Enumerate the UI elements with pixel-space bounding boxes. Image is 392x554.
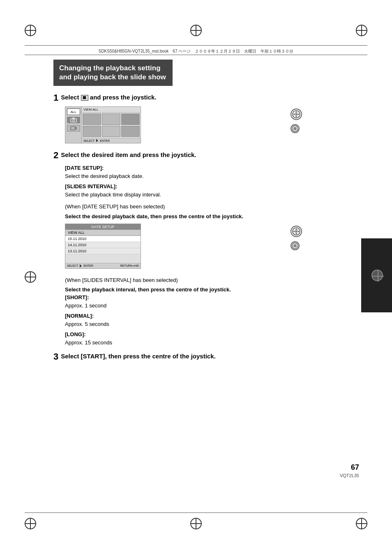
svg-point-20 xyxy=(293,244,297,247)
ds-date-3: 13.11.2010 xyxy=(65,248,141,254)
step-3-number: 3 xyxy=(53,352,58,361)
ds-date-1: 15.11.2010 xyxy=(65,236,141,242)
svg-marker-6 xyxy=(295,111,297,113)
long-label: [LONG]: xyxy=(65,331,86,337)
header-top-rule xyxy=(25,45,367,46)
reg-mark-bottom-center xyxy=(190,518,202,529)
ds-footer: SELECT ENTER RETURN⇒HD xyxy=(65,263,141,268)
normal-label-text: [NORMAL]: Approx. 5 seconds xyxy=(65,312,284,328)
screen1-main: VIEW ALL SELECT ENTER xyxy=(82,107,141,143)
screen1-container: ALL VIEW ALL xyxy=(65,106,284,143)
screen1-sidebar: ALL xyxy=(65,107,82,143)
svg-marker-7 xyxy=(295,116,297,118)
svg-marker-8 xyxy=(293,113,295,115)
header-text: SDKS50&H85GN-VQT2L35_mst.book 67 ページ ２００… xyxy=(49,48,343,54)
long-label-text: [LONG]: Approx. 15 seconds xyxy=(65,330,284,346)
reg-mark-top-right xyxy=(356,25,367,36)
screen1-mockup: ALL VIEW ALL xyxy=(65,106,141,143)
nav-enter-2 xyxy=(291,241,300,250)
footer-rule xyxy=(25,512,367,513)
ds-footer-select: SELECT xyxy=(67,264,78,267)
ds-viewall: VIEW ALL xyxy=(65,230,141,236)
reg-mark-left-center xyxy=(25,271,36,283)
step-3-text: Select [START], then press the centre of… xyxy=(61,352,215,360)
screen1-footer-enter: ENTER xyxy=(100,139,110,142)
step2-content: [DATE SETUP]: Select the desired playbac… xyxy=(65,164,284,346)
date-setup-label: [DATE SETUP]: xyxy=(65,165,104,171)
svg-marker-16 xyxy=(293,231,295,232)
short-desc: Approx. 1 second xyxy=(65,302,106,309)
step-2-number: 2 xyxy=(53,151,58,160)
long-desc: Approx. 15 seconds xyxy=(65,339,112,346)
screen1-nav-icons xyxy=(291,108,302,133)
section-title: Changing the playback setting and playin… xyxy=(53,60,173,86)
svg-point-12 xyxy=(293,127,297,130)
step-1-number: 1 xyxy=(53,93,58,102)
nav-joystick-2 xyxy=(291,226,302,237)
slides-interval-label: [SLIDES INTERVAL]: xyxy=(65,183,117,189)
main-content: Changing the playback setting and playin… xyxy=(53,60,284,365)
thumb-4 xyxy=(83,126,101,137)
screen1-footer-select: SELECT xyxy=(83,139,95,142)
date-setup-screen: DATE SETUP VIEW ALL 15.11.2010 14.11.201… xyxy=(65,224,141,269)
reg-mark-top-center xyxy=(190,25,202,36)
screen1-grid xyxy=(82,113,141,138)
sidebar-joystick-icon xyxy=(371,270,383,281)
date-screen-nav-icons xyxy=(291,226,302,250)
svg-rect-3 xyxy=(71,127,75,130)
thumb-5 xyxy=(102,126,120,137)
slides-interval-label-text: [SLIDES INTERVAL]: Select the playback t… xyxy=(65,182,284,199)
when-date-selected: (When [DATE SETUP] has been selected) xyxy=(65,203,284,211)
ds-title: DATE SETUP xyxy=(65,224,141,230)
sidebar-all: ALL xyxy=(67,108,80,115)
nav-enter-1 xyxy=(291,124,300,133)
short-label: [SHORT]: xyxy=(65,294,89,300)
svg-point-2 xyxy=(72,120,74,122)
sidebar-cam xyxy=(67,117,80,123)
date-setup-label-text: [DATE SETUP]: Select the desired playbac… xyxy=(65,164,284,180)
date-setup-desc: Select the desired playback date. xyxy=(65,173,144,179)
screen1-footer-arrow xyxy=(96,139,98,142)
step-1-header: 1 Select ▦ and press the joystick. xyxy=(53,93,284,102)
svg-point-10 xyxy=(295,113,297,115)
step-2-header: 2 Select the desired item and press the … xyxy=(53,151,284,160)
when-slides-selected: (When [SLIDES INTERVAL] has been selecte… xyxy=(65,276,284,284)
right-sidebar-block xyxy=(361,238,392,312)
nav-joystick-1 xyxy=(291,108,302,120)
slides-interval-desc: Select the playback time display interva… xyxy=(65,192,161,198)
step-2-text: Select the desired item and press the jo… xyxy=(61,151,196,159)
thumb-6 xyxy=(121,126,140,137)
normal-desc: Approx. 5 seconds xyxy=(65,321,109,327)
thumb-1 xyxy=(83,113,101,125)
screen1-footer: SELECT ENTER xyxy=(82,138,141,143)
select-interval-instruction: Select the playback interval, then press… xyxy=(65,286,284,293)
svg-marker-1 xyxy=(72,118,75,119)
normal-label: [NORMAL]: xyxy=(65,313,94,319)
thumb-3 xyxy=(121,113,140,125)
svg-marker-17 xyxy=(298,231,300,232)
reg-mark-bottom-left xyxy=(25,518,36,529)
thumb-2 xyxy=(102,113,120,125)
date-screen-container: DATE SETUP VIEW ALL 15.11.2010 14.11.201… xyxy=(65,224,284,269)
ds-date-2: 14.11.2010 xyxy=(65,242,141,248)
header-bottom-rule xyxy=(25,55,367,55)
page: SDKS50&H85GN-VQT2L35_mst.book 67 ページ ２００… xyxy=(0,0,392,554)
svg-marker-14 xyxy=(295,228,297,230)
ds-footer-enter: ENTER xyxy=(83,264,93,267)
step-3-header: 3 Select [START], then press the centre … xyxy=(53,352,284,361)
screen1-viewall: VIEW ALL xyxy=(82,107,141,113)
ds-footer-arrow xyxy=(80,264,82,268)
short-label-text: [SHORT]: Approx. 1 second xyxy=(65,293,284,309)
reg-mark-top-left xyxy=(25,25,36,36)
reg-mark-bottom-right xyxy=(356,518,367,529)
sidebar-vid xyxy=(67,125,80,132)
svg-marker-15 xyxy=(295,233,297,235)
page-code: VQT2L35 xyxy=(340,473,359,478)
svg-marker-9 xyxy=(298,113,300,115)
ds-footer-return: RETURN⇒HD xyxy=(120,264,139,268)
svg-point-18 xyxy=(295,230,297,233)
page-number: 67 xyxy=(351,463,359,472)
step-1-text: Select ▦ and press the joystick. xyxy=(61,93,156,102)
select-date-instruction: Select the desired playback date, then p… xyxy=(65,213,284,219)
